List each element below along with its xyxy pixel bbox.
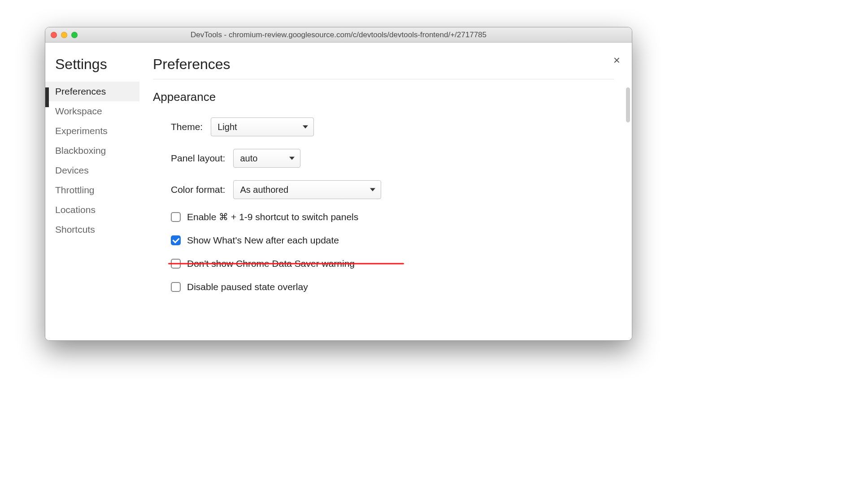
sidebar-item-workspace[interactable]: Workspace <box>45 101 139 121</box>
sidebar-item-preferences[interactable]: Preferences <box>45 82 139 101</box>
paused-checkbox[interactable] <box>171 282 181 292</box>
window-title: DevTools - chromium-review.googlesource.… <box>45 30 632 39</box>
color-format-row: Color format: As authored <box>171 180 614 199</box>
color-format-value: As authored <box>240 185 288 195</box>
devtools-window: DevTools - chromium-review.googlesource.… <box>45 27 632 341</box>
sidebar-item-experiments[interactable]: Experiments <box>45 121 139 141</box>
shortcut-row: Enable ⌘ + 1-9 shortcut to switch panels <box>171 212 614 222</box>
scrollbar-thumb[interactable] <box>626 87 630 122</box>
shortcut-checkbox[interactable] <box>171 212 181 222</box>
theme-select[interactable]: Light <box>211 117 314 136</box>
strikethrough-annotation <box>168 263 404 265</box>
section-appearance: Appearance <box>153 90 614 104</box>
theme-row: Theme: Light <box>171 117 614 136</box>
panel-layout-select[interactable]: auto <box>233 149 300 168</box>
datasaver-row: Don't show Chrome Data Saver warning <box>171 258 404 269</box>
theme-label: Theme: <box>171 122 203 132</box>
sidebar-accent <box>45 87 49 107</box>
preferences-panel: Preferences Appearance Theme: Light Pane… <box>139 43 632 340</box>
sidebar-item-blackboxing[interactable]: Blackboxing <box>45 141 139 161</box>
panel-layout-row: Panel layout: auto <box>171 149 614 168</box>
panel-layout-label: Panel layout: <box>171 153 225 164</box>
paused-label: Disable paused state overlay <box>187 282 308 292</box>
window-controls <box>51 32 78 38</box>
sidebar-item-locations[interactable]: Locations <box>45 200 139 220</box>
close-icon[interactable]: × <box>613 54 620 66</box>
whatsnew-checkbox[interactable] <box>171 235 181 245</box>
color-format-select[interactable]: As authored <box>233 180 381 199</box>
paused-row: Disable paused state overlay <box>171 282 614 292</box>
page-title: Preferences <box>153 56 614 73</box>
sidebar-nav: Preferences Workspace Experiments Blackb… <box>45 82 139 239</box>
zoom-window-icon[interactable] <box>71 32 78 38</box>
titlebar: DevTools - chromium-review.googlesource.… <box>45 27 632 43</box>
chevron-down-icon <box>289 157 295 160</box>
sidebar-item-shortcuts[interactable]: Shortcuts <box>45 220 139 239</box>
whatsnew-row: Show What's New after each update <box>171 235 614 246</box>
divider <box>153 79 614 79</box>
close-window-icon[interactable] <box>51 32 57 38</box>
minimize-window-icon[interactable] <box>61 32 67 38</box>
chevron-down-icon <box>370 188 375 191</box>
shortcut-label: Enable ⌘ + 1-9 shortcut to switch panels <box>187 212 358 222</box>
panel-layout-value: auto <box>240 153 257 164</box>
whatsnew-label: Show What's New after each update <box>187 235 339 246</box>
sidebar-item-devices[interactable]: Devices <box>45 161 139 180</box>
color-format-label: Color format: <box>171 184 225 195</box>
theme-value: Light <box>217 122 237 132</box>
sidebar-title: Settings <box>55 56 139 73</box>
settings-sidebar: Settings Preferences Workspace Experimen… <box>45 43 139 340</box>
content-area: × Settings Preferences Workspace Experim… <box>45 43 632 340</box>
chevron-down-icon <box>303 126 308 129</box>
sidebar-item-throttling[interactable]: Throttling <box>45 180 139 200</box>
